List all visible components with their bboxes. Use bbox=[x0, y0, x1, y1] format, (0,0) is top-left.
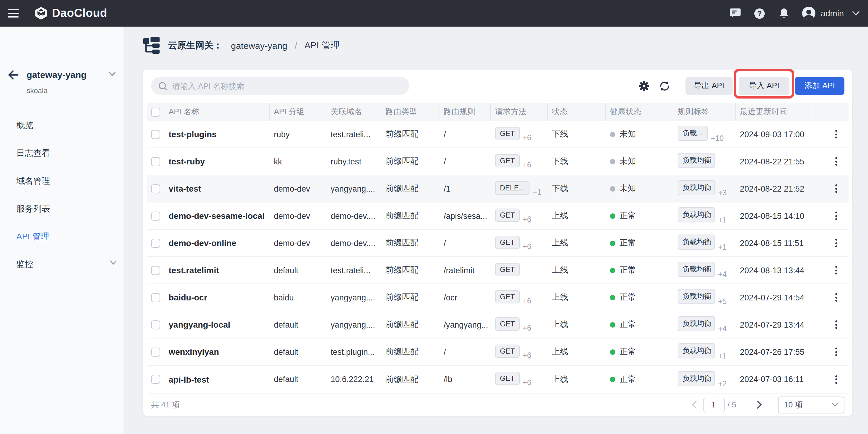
gateway-switch-chevron-down-icon[interactable] bbox=[109, 72, 116, 76]
chevron-down-icon bbox=[110, 260, 117, 265]
route-rule: /ocr bbox=[439, 293, 491, 302]
row-actions-kebab-icon[interactable] bbox=[833, 264, 840, 277]
sidebar-item-1[interactable]: 概览 bbox=[0, 111, 124, 139]
api-name-link[interactable]: wenxinyiyan bbox=[164, 347, 270, 356]
api-name-link[interactable]: demo-dev-sesame-local bbox=[164, 211, 270, 221]
help-icon[interactable]: ? bbox=[754, 7, 766, 19]
page-size-select[interactable]: 10 项 bbox=[778, 396, 844, 413]
sidebar-item-4[interactable]: 服务列表 bbox=[0, 195, 124, 222]
row-checkbox[interactable] bbox=[151, 375, 160, 384]
health-status-dot bbox=[610, 159, 615, 164]
row-checkbox[interactable] bbox=[151, 184, 160, 193]
search-box[interactable] bbox=[151, 77, 409, 95]
health-cell: 正常 bbox=[606, 292, 673, 303]
row-checkbox[interactable] bbox=[151, 320, 160, 330]
method-badge: GET bbox=[495, 236, 520, 249]
api-name-link[interactable]: demo-dev-online bbox=[164, 238, 270, 248]
table-row: test.ratelimit default test.rateli... 前缀… bbox=[147, 257, 849, 284]
breadcrumb-parent[interactable]: gateway-yang bbox=[231, 40, 287, 51]
user-avatar[interactable] bbox=[802, 7, 815, 20]
health-cell: 正常 bbox=[606, 265, 673, 276]
total-count: 共 41 项 bbox=[151, 399, 180, 410]
table-row: vita-test demo-dev yangyang.... 前缀匹配 /1 … bbox=[147, 175, 849, 203]
health-cell: 未知 bbox=[606, 129, 673, 140]
refresh-icon[interactable] bbox=[659, 81, 670, 91]
route-rule: / bbox=[439, 347, 491, 356]
method-cell: GET bbox=[491, 262, 548, 278]
api-name-link[interactable]: test.ratelimit bbox=[164, 266, 270, 275]
status-text: 上线 bbox=[548, 319, 606, 330]
tag-extra-count: +1 bbox=[718, 352, 727, 360]
export-api-button[interactable]: 导出 API bbox=[685, 77, 733, 95]
sidebar-item-3[interactable]: 域名管理 bbox=[0, 167, 124, 195]
row-checkbox[interactable] bbox=[151, 212, 160, 221]
bell-icon[interactable] bbox=[778, 7, 790, 19]
import-api-button[interactable]: 导入 API bbox=[739, 77, 789, 95]
sidebar-item-6[interactable]: 监控 bbox=[0, 250, 124, 278]
tag-extra-count: +5 bbox=[718, 298, 727, 306]
rule-tag-badge: 负载均衡 bbox=[678, 371, 715, 386]
linked-domain: demo-dev.... bbox=[327, 211, 381, 220]
row-checkbox[interactable] bbox=[151, 266, 160, 275]
brand-name: DaoCloud bbox=[52, 7, 107, 20]
api-name-link[interactable]: api-lb-test bbox=[164, 374, 270, 384]
row-checkbox-cell bbox=[147, 157, 164, 166]
row-checkbox[interactable] bbox=[151, 293, 160, 302]
row-checkbox[interactable] bbox=[151, 347, 160, 356]
prev-page-icon[interactable] bbox=[691, 401, 696, 409]
main-content: 云原生网关： gateway-yang / API 管理 bbox=[125, 27, 868, 434]
user-name[interactable]: admin bbox=[821, 8, 844, 18]
health-text: 未知 bbox=[620, 129, 636, 138]
method-cell: DELE...+1 bbox=[491, 181, 548, 196]
user-menu-chevron-down-icon[interactable] bbox=[852, 11, 860, 16]
method-badge: GET bbox=[495, 372, 520, 385]
route-rule: /1 bbox=[439, 184, 491, 193]
table-row: test-plugins ruby test.rateli... 前缀匹配 / … bbox=[147, 121, 849, 148]
row-checkbox[interactable] bbox=[151, 130, 160, 139]
row-actions-kebab-icon[interactable] bbox=[833, 345, 840, 359]
api-name-link[interactable]: yangyang-local bbox=[164, 320, 270, 330]
api-name-link[interactable]: test-plugins bbox=[164, 129, 270, 139]
row-checkbox-cell bbox=[147, 347, 164, 356]
api-name-link[interactable]: test-ruby bbox=[164, 157, 270, 166]
row-actions-kebab-icon[interactable] bbox=[833, 236, 840, 250]
row-actions-kebab-icon[interactable] bbox=[833, 318, 840, 331]
gateway-tree-icon bbox=[143, 37, 160, 54]
select-all-checkbox[interactable] bbox=[151, 107, 160, 117]
rule-tag-badge: 负载均衡 bbox=[678, 207, 715, 222]
brand[interactable]: DaoCloud bbox=[34, 7, 107, 20]
settings-gear-icon[interactable] bbox=[638, 81, 649, 91]
sidebar-item-2[interactable]: 日志查看 bbox=[0, 139, 124, 167]
add-api-button[interactable]: 添加 API bbox=[795, 77, 844, 95]
row-actions-kebab-icon[interactable] bbox=[833, 182, 840, 195]
row-actions-kebab-icon[interactable] bbox=[833, 373, 840, 386]
health-status-dot bbox=[610, 322, 615, 327]
search-input[interactable] bbox=[172, 81, 378, 90]
tag-extra-count: +1 bbox=[718, 243, 727, 251]
sidebar-item-label: 监控 bbox=[16, 259, 33, 269]
row-checkbox[interactable] bbox=[151, 239, 160, 248]
message-icon[interactable] bbox=[730, 7, 742, 19]
sidebar-item-5[interactable]: API 管理 bbox=[0, 222, 124, 250]
updated-time: 2024-08-13 13:44 bbox=[736, 266, 815, 275]
row-actions-kebab-icon[interactable] bbox=[833, 155, 840, 168]
linked-domain: test.plugin... bbox=[327, 347, 381, 356]
next-page-icon[interactable] bbox=[757, 401, 762, 409]
api-group: baidu bbox=[270, 293, 327, 302]
row-actions-kebab-icon[interactable] bbox=[833, 128, 840, 141]
tag-cell: 负载...+10 bbox=[673, 126, 736, 143]
health-text: 正常 bbox=[620, 266, 636, 274]
hamburger-menu-icon[interactable] bbox=[8, 9, 19, 18]
actions-cell bbox=[815, 373, 849, 386]
health-status-dot bbox=[610, 349, 615, 354]
api-name-link[interactable]: vita-test bbox=[164, 184, 270, 193]
page-number-input[interactable] bbox=[703, 397, 724, 412]
gateway-name-title[interactable]: gateway-yang bbox=[27, 69, 87, 80]
topbar-right: ? admin bbox=[730, 7, 868, 20]
row-checkbox[interactable] bbox=[151, 157, 160, 166]
svg-text:?: ? bbox=[757, 9, 762, 17]
row-actions-kebab-icon[interactable] bbox=[833, 291, 840, 304]
api-name-link[interactable]: baidu-ocr bbox=[164, 292, 270, 302]
back-arrow-icon[interactable] bbox=[8, 70, 19, 80]
row-actions-kebab-icon[interactable] bbox=[833, 209, 840, 222]
